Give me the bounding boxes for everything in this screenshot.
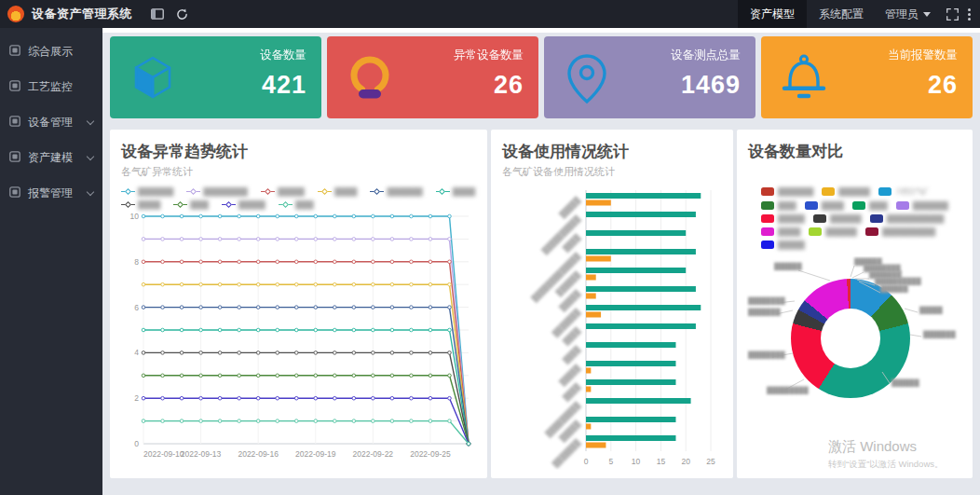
sidebar-item-3[interactable]: 资产建模	[0, 140, 102, 175]
svg-text:8: 8	[134, 257, 139, 267]
legend-item-1[interactable]: ██████████	[186, 187, 247, 196]
line-chart: 2022-09-102022-09-132022-09-162022-09-19…	[119, 209, 476, 462]
legend-label-blurred: ████	[190, 200, 208, 209]
panel-subtitle: 各气矿异常统计	[121, 165, 478, 179]
sidebar-item-1[interactable]: 工艺监控	[0, 69, 102, 104]
donut-legend-item-11[interactable]: ███████	[809, 227, 856, 236]
refresh-icon[interactable]	[170, 0, 194, 28]
svg-text:2022-09-10: 2022-09-10	[143, 449, 184, 459]
legend-label-blurred: ███████	[825, 227, 856, 236]
stat-card-1: 异常设备数量26	[327, 36, 538, 118]
chevron-down-icon	[923, 12, 931, 17]
donut-legend-item-6[interactable]: ████████	[896, 201, 947, 210]
panel-subtitle: 各气矿设备使用情况统计	[502, 165, 724, 179]
donut-legend-item-3[interactable]: ████	[761, 201, 796, 210]
sidebar-item-label: 工艺监控	[28, 79, 73, 95]
legend-marker	[121, 187, 135, 196]
panel-title: 设备异常趋势统计	[121, 141, 478, 162]
app-title: 设备资产管理系统	[32, 6, 132, 22]
legend-label-blurred: ████	[778, 201, 796, 210]
sidebar-toggle-icon[interactable]	[145, 0, 170, 28]
donut-legend-item-4[interactable]: █████	[805, 201, 843, 210]
legend-swatch	[813, 214, 826, 223]
svg-text:20: 20	[681, 457, 690, 466]
legend-item-2[interactable]: ██████	[261, 187, 304, 196]
donut-legend-item-9[interactable]: █████████████	[870, 214, 944, 223]
legend-marker	[436, 187, 450, 196]
sidebar-item-2[interactable]: 设备管理	[0, 104, 102, 140]
fullscreen-icon[interactable]	[940, 0, 964, 28]
svg-text:███████: ███████	[551, 438, 583, 470]
svg-text:█████: █████	[558, 364, 582, 388]
legend-label-blurred: █████	[778, 227, 799, 236]
svg-text:██████: ██████	[892, 378, 919, 388]
donut-legend-item-7[interactable]: ██████	[761, 214, 804, 223]
legend-item-6[interactable]: █████	[121, 200, 159, 209]
stat-card-3: 当前报警数量26	[761, 36, 973, 118]
donut-legend-item-2[interactable]: 川西北气矿	[878, 186, 928, 197]
svg-text:██████: ██████	[880, 284, 908, 294]
legend-marker	[279, 200, 293, 209]
stat-value: 26	[454, 71, 524, 100]
panel-title: 设备使用情况统计	[502, 141, 724, 162]
bar-chart: 0510152025██████████████████████████████…	[500, 179, 724, 470]
sidebar-item-label: 设备管理	[28, 115, 73, 131]
stat-value: 421	[260, 71, 306, 100]
donut-legend-item-8[interactable]: ███████	[813, 214, 861, 223]
legend-swatch	[805, 201, 818, 210]
svg-text:████████: ████████	[748, 351, 785, 360]
svg-text:6: 6	[134, 303, 139, 312]
legend-label-blurred: ███████	[838, 187, 869, 196]
svg-text:█████: █████	[919, 306, 943, 315]
donut-legend-item-13[interactable]: ██████	[761, 241, 804, 249]
legend-label-blurred: █████████████	[887, 214, 944, 223]
legend-label-blurred: ██████	[238, 200, 265, 209]
topnav-item-1[interactable]: 系统配置	[807, 0, 876, 28]
legend-item-3[interactable]: █████	[318, 187, 356, 196]
legend-swatch	[761, 214, 774, 223]
sidebar: 综合展示工艺监控设备管理资产建模报警管理	[0, 28, 102, 495]
panel-title: 设备数量对比	[748, 141, 963, 162]
stat-card-2: 设备测点总量1469	[544, 36, 755, 118]
legend-label-blurred: ██████	[278, 187, 304, 196]
legend-marker	[222, 200, 236, 209]
stat-value: 1469	[671, 71, 741, 100]
petrochina-logo	[7, 6, 24, 22]
donut-legend-item-12[interactable]: ████████████	[865, 227, 934, 236]
legend-label-blurred: ████████	[138, 187, 172, 196]
donut-callout-labels: ████████████████████████████████████████…	[746, 256, 963, 432]
legend-item-9[interactable]: ████	[279, 200, 313, 209]
stat-label: 当前报警数量	[888, 48, 958, 63]
legend-label-blurred: █████	[822, 201, 843, 210]
legend-marker	[370, 187, 384, 196]
sidebar-item-4[interactable]: 报警管理	[0, 175, 102, 211]
svg-text:█████: █████	[558, 196, 582, 220]
donut-legend-item-10[interactable]: █████	[761, 227, 799, 236]
svg-text:0: 0	[584, 457, 589, 466]
sidebar-item-label: 资产建模	[28, 150, 73, 166]
legend-label-blurred: 川西北气矿	[895, 186, 928, 197]
svg-text:10: 10	[130, 212, 140, 221]
menu-square-icon	[9, 45, 20, 59]
donut-legend-item-1[interactable]: ███████	[822, 186, 869, 197]
legend-swatch	[809, 227, 822, 236]
legend-swatch	[852, 201, 865, 210]
line-chart-legend: ████████████████████████████████████████…	[121, 187, 478, 209]
more-icon[interactable]	[964, 8, 980, 21]
donut-legend-item-5[interactable]: ████	[852, 201, 887, 210]
legend-label-blurred: ████████	[387, 187, 421, 196]
stat-card-0: 设备数量421	[110, 36, 321, 118]
legend-swatch	[878, 187, 892, 196]
svg-text:█████████: █████████	[767, 386, 809, 395]
legend-item-8[interactable]: ██████	[222, 200, 265, 209]
donut-legend-item-0[interactable]: ████████	[761, 186, 812, 197]
legend-item-4[interactable]: ████████	[370, 187, 421, 196]
user-menu[interactable]: 管理员	[876, 7, 940, 22]
legend-label-blurred: ████	[869, 201, 887, 210]
legend-item-5[interactable]: █████	[436, 187, 474, 196]
legend-item-0[interactable]: ████████	[121, 187, 172, 196]
sidebar-item-0[interactable]: 综合展示	[0, 34, 102, 69]
legend-item-7[interactable]: ████	[173, 200, 208, 209]
legend-label-blurred: ████████	[913, 201, 947, 210]
topnav-item-0[interactable]: 资产模型	[738, 0, 807, 28]
